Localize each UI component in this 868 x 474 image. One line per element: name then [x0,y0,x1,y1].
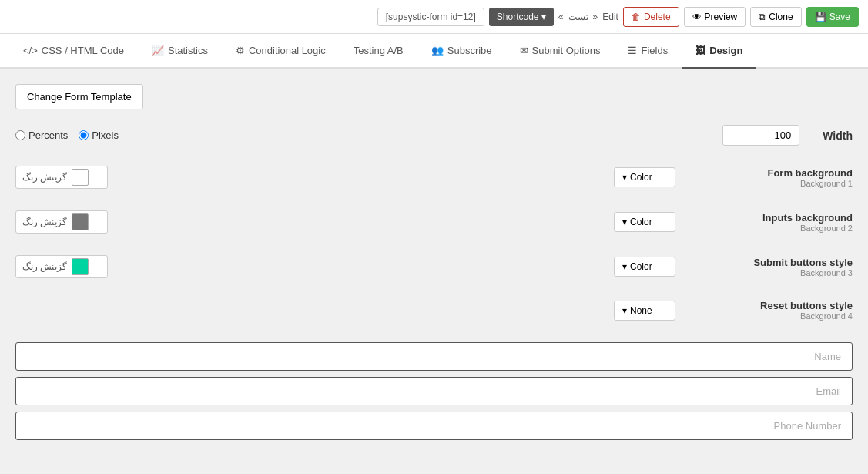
percents-radio-label[interactable]: Percents [15,129,68,141]
preview-button[interactable]: 👁 Preview [684,7,746,27]
tab-submit-options[interactable]: ✉ Submit Options [506,34,615,69]
tabs-bar: </> CSS / HTML Code 📈 Statistics ⚙ Condi… [0,34,868,69]
color-dropdown-3[interactable]: ▾ None [614,301,675,321]
eye-icon: 👁 [692,12,702,22]
delete-button[interactable]: 🗑 Delete [623,7,679,27]
main-content: Change Form Template Percents Pixels Wid… [0,69,868,474]
pixels-radio[interactable] [79,130,89,140]
color-dropdown-0[interactable]: ▾ Color [614,167,675,187]
clone-label: Clone [769,12,793,22]
color-text-2: گزینش رنگ [22,261,67,272]
clone-button[interactable]: ⧉ Clone [750,7,801,27]
design-row-submit-buttons-style: گزینش رنگ ▾ Color Submit buttons style B… [15,249,853,284]
design-rows-container: گزینش رنگ ▾ Color Form background Backgr… [15,160,853,327]
top-bar: [supsystic-form id=12] Shortcode ▾ « تست… [0,0,868,34]
pixels-radio-label[interactable]: Pixels [79,129,119,141]
form-preview-field-2[interactable]: Phone Number [15,412,853,440]
design-icon: 🖼 [695,45,705,56]
chevron-down-icon: ▾ [622,305,627,316]
sub-label-2: Background 3 [699,268,853,277]
design-row-form-background: گزینش رنگ ▾ Color Form background Backgr… [15,160,853,195]
save-label: Save [829,12,850,22]
width-row: Percents Pixels Width [15,125,853,146]
design-row-inputs-background: گزینش رنگ ▾ Color Inputs background Back… [15,204,853,240]
breadcrumb: « تست » Edit [558,12,618,22]
breadcrumb-arrow: » [593,12,598,22]
color-swatch-1[interactable] [72,213,89,230]
main-label-0: Form background [699,167,853,179]
delete-label: Delete [644,12,671,22]
shortcode-label: Shortcode ▾ [497,12,546,22]
form-preview-field-0[interactable]: Name [15,342,853,371]
tab-subscribe[interactable]: 👥 Subscribe [417,34,506,69]
main-label-3: Reset buttons style [699,300,853,311]
design-row-label-2: Submit buttons style Background 3 [699,257,853,277]
tab-design[interactable]: 🖼 Design [682,34,756,69]
sub-label-3: Background 4 [699,311,853,321]
save-icon: 💾 [815,12,826,22]
chevron-down-icon: ▾ [622,261,627,272]
chevron-down-icon: ▾ [622,217,627,227]
main-label-1: Inputs background [699,212,853,224]
breadcrumb-edit-text: تست [568,12,588,22]
sub-label-1: Background 2 [699,224,853,233]
dropdown-label-1: Color [630,217,652,227]
tab-conditional-logic[interactable]: ⚙ Conditional Logic [222,34,340,69]
form-id-badge: [supsystic-form id=12] [377,8,484,26]
preview-label: Preview [705,12,738,22]
color-dropdown-1[interactable]: ▾ Color [614,212,675,232]
trash-icon: 🗑 [632,12,641,22]
color-swatch-input-0[interactable]: گزینش رنگ [15,166,108,189]
color-text-0: گزینش رنگ [22,172,67,183]
width-input[interactable] [722,125,799,146]
dropdown-label-3: None [630,305,652,316]
form-preview: NameEmailPhone Number [15,342,853,440]
form-preview-field-1[interactable]: Email [15,377,853,405]
tab-fields[interactable]: ☰ Fields [614,34,682,69]
submit-options-icon: ✉ [520,45,528,56]
design-row-label-3: Reset buttons style Background 4 [699,300,853,321]
dropdown-label-0: Color [630,172,652,183]
chevron-down-icon: ▾ [622,172,627,183]
color-swatch-2[interactable] [72,258,89,275]
breadcrumb-edit-btn[interactable]: Edit [602,12,618,22]
pixels-label: Pixels [92,129,119,141]
color-dropdown-2[interactable]: ▾ Color [614,257,675,277]
color-swatch-0[interactable] [72,169,89,186]
css-icon: </> [23,45,38,56]
width-label: Width [823,129,853,142]
color-swatch-input-2[interactable]: گزینش رنگ [15,255,108,278]
clone-icon: ⧉ [759,12,766,22]
color-text-1: گزینش رنگ [22,217,67,227]
statistics-icon: 📈 [152,45,164,56]
change-form-template-button[interactable]: Change Form Template [15,84,143,109]
breadcrumb-separator: « [558,12,564,22]
main-label-2: Submit buttons style [699,257,853,268]
fields-icon: ☰ [628,45,637,56]
color-swatch-input-1[interactable]: گزینش رنگ [15,210,108,234]
tab-css-html[interactable]: </> CSS / HTML Code [9,34,138,69]
unit-radio-group: Percents Pixels [15,129,119,141]
design-row-label-1: Inputs background Background 2 [699,212,853,233]
tab-statistics[interactable]: 📈 Statistics [138,34,222,69]
conditional-icon: ⚙ [236,45,245,56]
tab-testing-ab[interactable]: Testing A/B [340,34,417,69]
design-row-reset-buttons-style: ▾ None Reset buttons style Background 4 [15,294,853,327]
save-button[interactable]: 💾 Save [806,7,859,27]
design-row-label-0: Form background Background 1 [699,167,853,188]
dropdown-label-2: Color [630,261,652,272]
subscribe-icon: 👥 [431,45,444,56]
shortcode-button[interactable]: Shortcode ▾ [489,8,554,26]
sub-label-0: Background 1 [699,179,853,188]
percents-label: Percents [28,129,68,141]
percents-radio[interactable] [15,130,25,140]
